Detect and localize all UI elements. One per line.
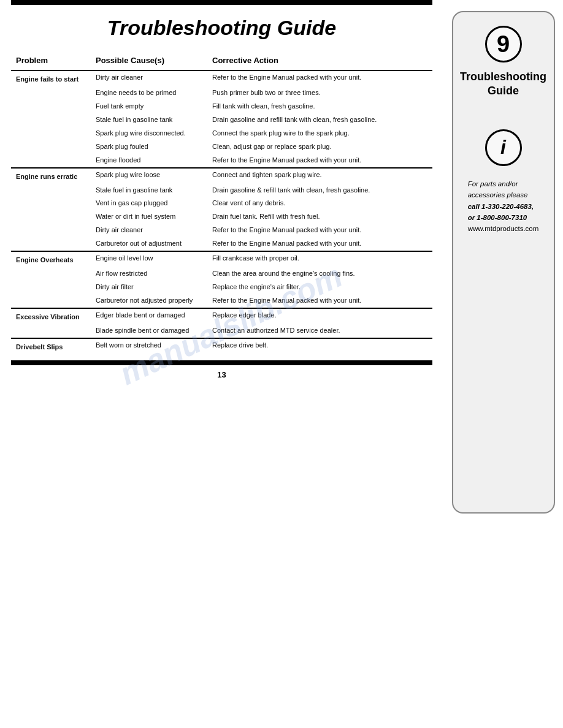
sidebar-title: Troubleshooting Guide [460,70,546,99]
action-cell: Fill crankcase with proper oil. [207,251,432,267]
table-row: Carburetor not adjusted properlyRefer to… [11,294,432,308]
cause-cell: Engine needs to be primed [91,86,207,100]
action-cell: Connect and tighten spark plug wire. [207,168,432,184]
problem-cell: Engine Overheats [11,251,91,267]
action-cell: Refer to the Engine Manual packed with y… [207,70,432,86]
cause-cell: Stale fuel in gasoline tank [91,113,207,127]
main-content: Troubleshooting Guide manualslib.com Pro… [0,0,443,728]
action-cell: Refer to the Engine Manual packed with y… [207,224,432,237]
col-header-cause: Possible Cause(s) [91,52,207,70]
guide-table: Problem Possible Cause(s) Corrective Act… [11,52,432,354]
problem-cell [11,184,91,197]
cause-cell: Carburetor out of adjustment [91,237,207,251]
cause-cell: Engine flooded [91,154,207,168]
sidebar-contact: For parts and/or accessories please call… [464,178,543,235]
col-header-problem: Problem [11,52,91,70]
problem-cell [11,100,91,113]
table-row: Water or dirt in fuel systemDrain fuel t… [11,210,432,224]
cause-cell: Carburetor not adjusted properly [91,294,207,308]
table-row: Blade spindle bent or damagedContact an … [11,324,432,338]
table-row: Engine fails to startDirty air cleanerRe… [11,70,432,86]
cause-cell: Dirty air filter [91,281,207,294]
action-cell: Clear vent of any debris. [207,197,432,210]
table-row: Spark plug wire disconnected.Connect the… [11,127,432,140]
problem-cell [11,294,91,308]
table-row: Engine needs to be primedPush primer bul… [11,86,432,100]
bottom-bar [11,360,432,365]
table-row: Air flow restrictedClean the area around… [11,267,432,281]
problem-cell [11,281,91,294]
chapter-number: 9 [485,26,522,63]
table-row: Dirty air cleanerRefer to the Engine Man… [11,224,432,237]
problem-cell: Excessive Vibration [11,308,91,324]
action-cell: Drain fuel tank. Refill with fresh fuel. [207,210,432,224]
page-title: Troubleshooting Guide [11,5,432,46]
action-cell: Replace the engine's air filter. [207,281,432,294]
problem-cell [11,86,91,100]
cause-cell: Dirty air cleaner [91,70,207,86]
info-icon: i [485,129,522,166]
cause-cell: Stale fuel in gasoline tank [91,184,207,197]
problem-cell [11,127,91,140]
cause-cell: Edger blade bent or damaged [91,308,207,324]
problem-cell [11,140,91,154]
problem-cell [11,224,91,237]
problem-cell [11,154,91,168]
table-row: Dirty air filterReplace the engine's air… [11,281,432,294]
cause-cell: Fuel tank empty [91,100,207,113]
problem-cell [11,197,91,210]
action-cell: Drain gasoline & refill tank with clean,… [207,184,432,197]
action-cell: Replace drive belt. [207,338,432,354]
action-cell: Drain gasoline and refill tank with clea… [207,113,432,127]
action-cell: Contact an authorized MTD service dealer… [207,324,432,338]
table-row: Spark plug fouledClean, adjust gap or re… [11,140,432,154]
page-number: 13 [11,365,432,384]
table-row: Excessive VibrationEdger blade bent or d… [11,308,432,324]
top-bar [11,0,432,5]
problem-cell: Engine fails to start [11,70,91,86]
table-row: Engine OverheatsEngine oil level lowFill… [11,251,432,267]
action-cell: Refer to the Engine Manual packed with y… [207,154,432,168]
cause-cell: Air flow restricted [91,267,207,281]
col-header-action: Corrective Action [207,52,432,70]
action-cell: Clean the area around the engine's cooli… [207,267,432,281]
table-row: Drivebelt SlipsBelt worn or stretchedRep… [11,338,432,354]
action-cell: Replace edger blade. [207,308,432,324]
table-row: Engine runs erraticSpark plug wire loose… [11,168,432,184]
problem-cell: Engine runs erratic [11,168,91,184]
action-cell: Push primer bulb two or three times. [207,86,432,100]
problem-cell [11,267,91,281]
table-row: Fuel tank emptyFill tank with clean, fre… [11,100,432,113]
table-row: Vent in gas cap pluggedClear vent of any… [11,197,432,210]
table-row: Stale fuel in gasoline tankDrain gasolin… [11,184,432,197]
cause-cell: Spark plug wire disconnected. [91,127,207,140]
cause-cell: Spark plug wire loose [91,168,207,184]
sidebar-tab: 9 Troubleshooting Guide i For parts and/… [452,11,555,514]
cause-cell: Vent in gas cap plugged [91,197,207,210]
problem-cell [11,237,91,251]
action-cell: Fill tank with clean, fresh gasoline. [207,100,432,113]
sidebar: 9 Troubleshooting Guide i For parts and/… [443,0,563,728]
cause-cell: Engine oil level low [91,251,207,267]
page-wrapper: Troubleshooting Guide manualslib.com Pro… [0,0,563,728]
cause-cell: Spark plug fouled [91,140,207,154]
table-row: Carburetor out of adjustmentRefer to the… [11,237,432,251]
problem-cell: Drivebelt Slips [11,338,91,354]
action-cell: Connect the spark plug wire to the spark… [207,127,432,140]
table-row: Stale fuel in gasoline tankDrain gasolin… [11,113,432,127]
problem-cell [11,113,91,127]
action-cell: Refer to the Engine Manual packed with y… [207,294,432,308]
problem-cell [11,324,91,338]
cause-cell: Water or dirt in fuel system [91,210,207,224]
cause-cell: Belt worn or stretched [91,338,207,354]
problem-cell [11,210,91,224]
action-cell: Refer to the Engine Manual packed with y… [207,237,432,251]
table-row: Engine floodedRefer to the Engine Manual… [11,154,432,168]
cause-cell: Dirty air cleaner [91,224,207,237]
cause-cell: Blade spindle bent or damaged [91,324,207,338]
action-cell: Clean, adjust gap or replace spark plug. [207,140,432,154]
